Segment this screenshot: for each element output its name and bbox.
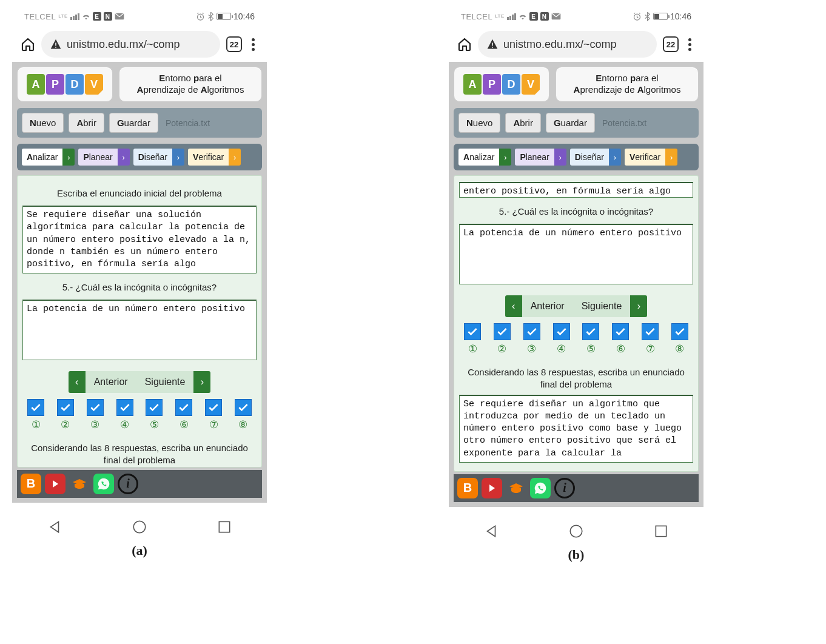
step-2-label: ② (497, 343, 506, 355)
blogger-icon[interactable]: B (457, 478, 478, 498)
step-4-label: ④ (557, 343, 566, 355)
check-8[interactable] (235, 399, 252, 416)
step-1-label: ① (32, 418, 41, 431)
android-recents-icon[interactable] (217, 519, 232, 535)
chevron-right-icon: › (229, 149, 241, 166)
address-bar[interactable]: unistmo.edu.mx/~comp (41, 31, 220, 58)
textarea-enunciado-inicial-tail[interactable] (459, 182, 693, 198)
siguiente-button[interactable]: Siguiente› (573, 295, 648, 317)
home-icon[interactable] (457, 37, 472, 52)
home-icon[interactable] (21, 37, 35, 52)
siguiente-button[interactable]: Siguiente› (136, 371, 211, 393)
question-nav: ‹Anterior Siguiente› (459, 295, 693, 317)
check-1[interactable] (27, 399, 44, 416)
abrir-button[interactable]: Abrir (69, 113, 104, 133)
clock-label: 10:46 (670, 12, 691, 21)
abrir-button[interactable]: Abrir (505, 113, 541, 133)
chevron-right-icon: › (118, 149, 130, 166)
check-4[interactable] (116, 399, 133, 416)
graduation-icon[interactable] (506, 478, 526, 498)
bluetooth-icon (644, 12, 651, 21)
android-nav-bar (12, 503, 267, 539)
guardar-button[interactable]: Guardar (546, 113, 595, 133)
android-home-icon[interactable] (132, 519, 147, 535)
tab-analizar[interactable]: Analizar› (458, 149, 511, 166)
app-viewport: A P D V Entorno para el Aprendizaje de A… (449, 62, 703, 507)
svg-rect-2 (55, 43, 56, 46)
graduation-icon[interactable] (69, 474, 90, 494)
chevron-right-icon: › (172, 149, 184, 166)
anterior-button[interactable]: ‹Anterior (69, 371, 136, 393)
filename-label: Potencia.txt (163, 118, 210, 128)
tab-switcher[interactable]: 22 (226, 36, 242, 52)
check-6[interactable] (175, 399, 192, 416)
textarea-respuesta-5[interactable] (459, 224, 693, 284)
check-7[interactable] (205, 399, 222, 416)
check-3[interactable] (523, 323, 540, 340)
whatsapp-icon[interactable] (93, 474, 114, 494)
carrier-label: TELCEL (461, 12, 492, 21)
battery-icon (217, 13, 231, 20)
tab-verificar[interactable]: Verificar› (188, 149, 241, 166)
tab-verificar[interactable]: Verificar› (625, 149, 677, 166)
clock-label: 10:46 (233, 12, 255, 21)
whatsapp-icon[interactable] (530, 478, 551, 498)
android-home-icon[interactable] (568, 523, 584, 539)
android-recents-icon[interactable] (653, 523, 669, 539)
mail-icon (115, 13, 124, 20)
chevron-left-icon: ‹ (69, 371, 86, 393)
check-5[interactable] (582, 323, 599, 340)
blogger-icon[interactable]: B (21, 474, 41, 494)
check-4[interactable] (553, 323, 570, 340)
check-6[interactable] (612, 323, 629, 340)
chevron-right-icon: › (499, 149, 511, 166)
tab-disenar[interactable]: Diseñar› (570, 149, 621, 166)
android-back-icon[interactable] (483, 523, 499, 539)
check-1[interactable] (464, 323, 481, 340)
phase-tabs: Analizar› Planear› Diseñar› Verificar› (454, 144, 699, 170)
svg-rect-5 (219, 522, 229, 532)
tab-planear[interactable]: Planear› (78, 149, 129, 166)
step-6-label: ⑥ (180, 418, 189, 431)
alarm-icon (633, 12, 642, 21)
check-2[interactable] (57, 399, 74, 416)
info-icon[interactable]: i (554, 478, 575, 498)
textarea-enunciado-inicial[interactable] (22, 206, 257, 273)
anterior-button[interactable]: ‹Anterior (505, 295, 573, 317)
status-icon-n: N (540, 12, 549, 21)
chevron-right-icon: › (554, 149, 566, 166)
tab-switcher[interactable]: 22 (663, 36, 679, 52)
overflow-menu-icon[interactable] (685, 36, 695, 53)
android-back-icon[interactable] (47, 519, 62, 535)
signal-icon (507, 13, 516, 20)
chevron-right-icon: › (665, 149, 677, 166)
check-5[interactable] (146, 399, 163, 416)
signal-icon (70, 13, 79, 20)
svg-rect-8 (492, 43, 493, 46)
tab-planear[interactable]: Planear› (515, 149, 566, 166)
phone-screenshot-b: TELCEL LTE E N 10:46 (449, 6, 703, 543)
svg-rect-11 (656, 526, 666, 536)
overflow-menu-icon[interactable] (248, 36, 258, 53)
carrier-label: TELCEL (24, 12, 56, 21)
youtube-icon[interactable] (45, 474, 65, 494)
check-3[interactable] (87, 399, 104, 416)
tab-disenar[interactable]: Diseñar› (133, 149, 184, 166)
not-secure-icon (50, 38, 62, 50)
guardar-button[interactable]: Guardar (109, 113, 158, 133)
textarea-enunciado-final[interactable] (459, 395, 693, 463)
check-7[interactable] (642, 323, 659, 340)
textarea-respuesta-5[interactable] (22, 300, 257, 360)
info-icon[interactable]: i (118, 474, 138, 494)
nuevo-button[interactable]: Nuevo (458, 113, 500, 133)
tab-analizar[interactable]: Analizar› (22, 149, 75, 166)
address-bar[interactable]: unistmo.edu.mx/~comp (478, 31, 657, 58)
prompt-final: Considerando las 8 respuestas, escriba u… (29, 442, 250, 467)
youtube-icon[interactable] (482, 478, 502, 498)
check-8[interactable] (671, 323, 688, 340)
bluetooth-icon (207, 12, 214, 21)
check-2[interactable] (494, 323, 511, 340)
question-5-label: 5.- ¿Cuál es la incógnita o incógnitas? (22, 282, 257, 292)
step-6-label: ⑥ (616, 343, 625, 355)
nuevo-button[interactable]: Nuevo (22, 113, 64, 133)
